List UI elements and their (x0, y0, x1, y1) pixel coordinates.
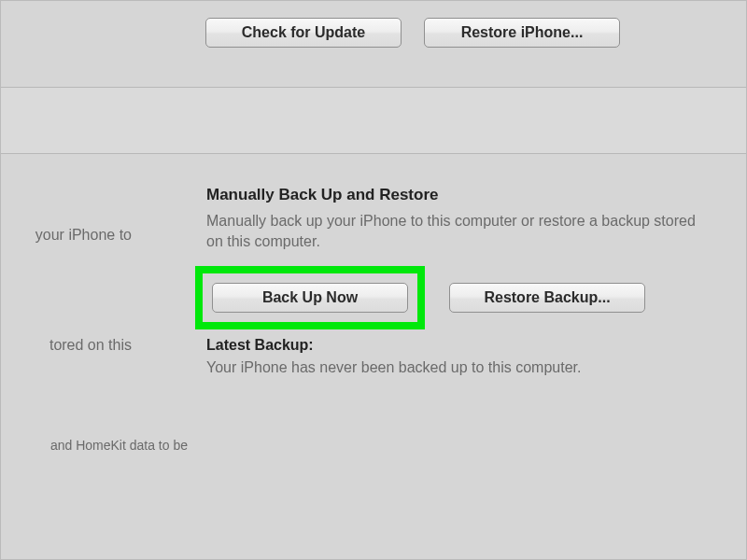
manual-backup-section-description: Manually back up your iPhone to this com… (206, 211, 711, 251)
backup-button-row: Back Up Now Restore Backup... (195, 266, 645, 329)
check-for-update-button[interactable]: Check for Update (205, 18, 402, 48)
restore-iphone-button[interactable]: Restore iPhone... (424, 18, 620, 48)
instruction-highlight-box: Back Up Now (195, 266, 425, 329)
latest-backup-title: Latest Backup: (206, 337, 314, 354)
cropped-text-fragment-1: your iPhone to (1, 227, 132, 244)
cropped-text-fragment-3: and HomeKit data to be (1, 438, 188, 453)
back-up-now-button[interactable]: Back Up Now (212, 283, 408, 313)
latest-backup-status: Your iPhone has never been backed up to … (206, 359, 711, 376)
restore-backup-button[interactable]: Restore Backup... (449, 283, 645, 313)
top-button-row: Check for Update Restore iPhone... (205, 18, 620, 48)
section-divider (1, 87, 746, 154)
manual-backup-section-title: Manually Back Up and Restore (206, 186, 438, 204)
itunes-device-summary-fragment: Check for Update Restore iPhone... your … (0, 0, 747, 560)
cropped-text-fragment-2: tored on this (1, 337, 132, 354)
